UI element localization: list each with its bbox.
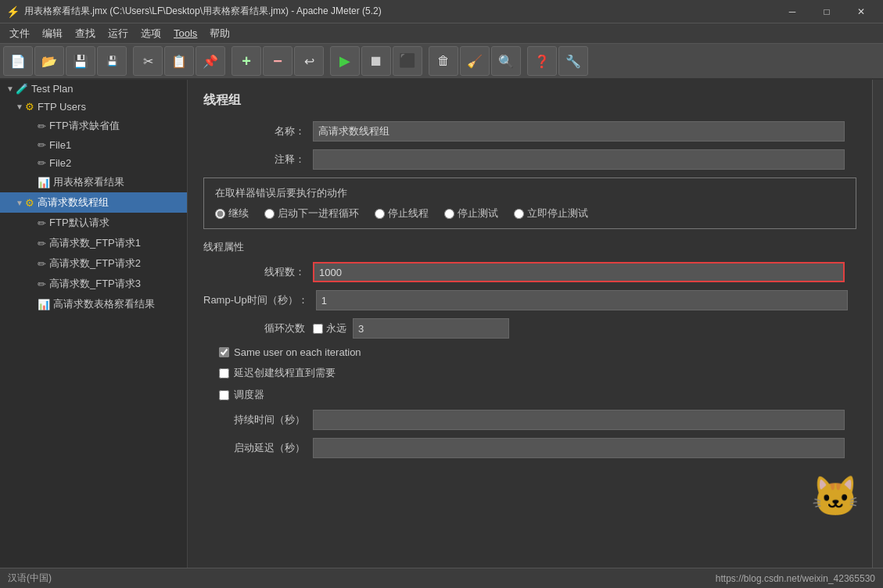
extra-button[interactable]: 🔧 [558, 46, 588, 76]
rampup-row: Ramp-Up时间（秒）： [203, 290, 856, 310]
mascot-icon: 🐱 [811, 474, 858, 519]
test-plan-icon: 🧪 [16, 83, 28, 95]
help-button[interactable]: ❓ [527, 46, 557, 76]
forever-label[interactable]: 永远 [326, 321, 346, 335]
sidebar-item-test-plan[interactable]: ▼ 🧪 Test Plan [0, 80, 187, 98]
forever-checkbox[interactable] [313, 324, 323, 334]
duration-input[interactable] [313, 410, 845, 430]
radio-stop-thread[interactable]: 停止线程 [375, 206, 429, 220]
save-as-button[interactable]: 💾 [97, 46, 127, 76]
new-button[interactable]: 📄 [3, 46, 33, 76]
high-ftp1-icon: ✏ [38, 238, 46, 249]
add-button[interactable]: + [232, 46, 261, 76]
ftp-auth-label: FTP默认请求 [49, 216, 109, 230]
status-right: https://blog.csdn.net/weixin_42365530 [716, 573, 875, 584]
menu-options[interactable]: 选项 [135, 24, 167, 43]
file1-icon: ✏ [38, 139, 46, 151]
same-user-label[interactable]: Same user on each iteration [219, 346, 361, 358]
window-title: 用表格察看结果.jmx (C:\Users\LF\Desktop\用表格察看结果… [24, 5, 777, 18]
sidebar-item-file2[interactable]: ✏ File2 [0, 154, 187, 172]
paste-button[interactable]: 📌 [196, 46, 225, 76]
title-bar: ⚡ 用表格察看结果.jmx (C:\Users\LF\Desktop\用表格察看… [0, 0, 883, 23]
startup-delay-input[interactable] [313, 438, 845, 458]
menu-find[interactable]: 查找 [69, 24, 102, 43]
sidebar-item-high-ftp3[interactable]: ✏ 高请求数_FTP请求3 [0, 274, 187, 294]
copy-button[interactable]: 📋 [164, 46, 194, 76]
save-button[interactable]: 💾 [66, 46, 95, 76]
expand-arrow: ▼ [16, 102, 25, 111]
menu-run[interactable]: 运行 [102, 24, 135, 43]
scheduler-label[interactable]: 调度器 [219, 388, 264, 402]
delay-create-label[interactable]: 延迟创建线程直到需要 [219, 366, 336, 380]
thread-count-input[interactable] [313, 262, 845, 282]
maximize-button[interactable]: □ [811, 3, 842, 20]
sidebar-item-table-result[interactable]: 📊 用表格察看结果 [0, 172, 187, 192]
high-thread-label: 高请求数线程组 [38, 195, 109, 210]
remove-button[interactable]: − [263, 46, 293, 76]
sidebar-item-file1[interactable]: ✏ File1 [0, 136, 187, 154]
run-button[interactable]: ▶ [330, 46, 360, 76]
radio-stop-test-input[interactable] [444, 209, 454, 219]
high-thread-icon: ⚙ [25, 197, 34, 209]
toolbar: 📄 📂 💾 💾 ✂ 📋 📌 + − ↩ ▶ ⏹ ⬛ 🗑 🧹 🔍 ❓ 🔧 [0, 44, 883, 80]
high-ftp1-label: 高请求数_FTP请求1 [49, 236, 141, 250]
cut-button[interactable]: ✂ [133, 46, 163, 76]
file2-icon: ✏ [38, 157, 46, 169]
comment-label: 注释： [203, 152, 313, 167]
content-area: 线程组 名称： 注释： 在取样器错误后要执行的动作 继续 启动下一进程循环 [188, 80, 872, 568]
radio-stop-now-input[interactable] [514, 209, 524, 219]
error-section-title: 在取样器错误后要执行的动作 [215, 186, 845, 200]
undo-button[interactable]: ↩ [294, 46, 324, 76]
sidebar-item-ftp-auth[interactable]: ✏ FTP默认请求 [0, 213, 187, 233]
radio-continue-label: 继续 [228, 206, 249, 220]
loop-count-input[interactable] [353, 318, 509, 339]
menu-tools[interactable]: Tools [167, 25, 203, 41]
menu-edit[interactable]: 编辑 [36, 24, 69, 43]
stop2-button[interactable]: ⬛ [393, 46, 422, 76]
search-button[interactable]: 🔍 [491, 46, 521, 76]
sidebar-item-high-table-result[interactable]: 📊 高请求数表格察看结果 [0, 294, 187, 314]
clear-button[interactable]: 🗑 [429, 46, 458, 76]
radio-stop-thread-label: 停止线程 [388, 206, 429, 220]
comment-input[interactable] [313, 149, 845, 170]
rampup-label: Ramp-Up时间（秒）： [203, 293, 316, 307]
sidebar-item-high-ftp1[interactable]: ✏ 高请求数_FTP请求1 [0, 233, 187, 253]
high-ftp3-label: 高请求数_FTP请求3 [49, 277, 141, 291]
radio-stop-now[interactable]: 立即停止测试 [514, 206, 588, 220]
ftp-default-label: FTP请求缺省值 [49, 119, 120, 133]
radio-continue[interactable]: 继续 [215, 206, 249, 220]
minimize-button[interactable]: ─ [777, 3, 808, 20]
same-user-checkbox[interactable] [219, 347, 229, 357]
right-edge [872, 80, 883, 568]
high-table-result-icon: 📊 [38, 299, 50, 310]
rampup-input[interactable] [316, 290, 848, 310]
loop-label: 循环次数 [203, 321, 313, 335]
radio-next-loop[interactable]: 启动下一进程循环 [264, 206, 359, 220]
close-button[interactable]: ✕ [845, 3, 877, 20]
duration-label: 持续时间（秒） [203, 413, 313, 427]
radio-continue-input[interactable] [215, 209, 225, 219]
sidebar-item-ftp-users[interactable]: ▼ ⚙ FTP Users [0, 98, 187, 116]
sidebar-item-high-thread-group[interactable]: ▼ ⚙ 高请求数线程组 [0, 192, 187, 213]
startup-delay-label: 启动延迟（秒） [203, 441, 313, 455]
name-input[interactable] [313, 121, 845, 142]
thread-props-title: 线程属性 [203, 240, 856, 254]
delay-create-checkbox[interactable] [219, 368, 229, 378]
open-button[interactable]: 📂 [34, 46, 64, 76]
forever-check-group: 永远 [313, 321, 346, 335]
menu-file[interactable]: 文件 [3, 24, 36, 43]
sidebar-item-ftp-default[interactable]: ✏ FTP请求缺省值 [0, 116, 187, 136]
clear2-button[interactable]: 🧹 [460, 46, 490, 76]
comment-row: 注释： [203, 149, 856, 170]
radio-stop-thread-input[interactable] [375, 209, 385, 219]
sidebar-item-high-ftp2[interactable]: ✏ 高请求数_FTP请求2 [0, 253, 187, 274]
window-controls: ─ □ ✕ [777, 3, 877, 20]
menu-help[interactable]: 帮助 [203, 24, 236, 43]
table-result-icon: 📊 [38, 177, 50, 188]
mascot-area: 🐱 [811, 474, 858, 536]
radio-stop-test[interactable]: 停止测试 [444, 206, 498, 220]
stop-button[interactable]: ⏹ [361, 46, 391, 76]
scheduler-checkbox[interactable] [219, 390, 229, 400]
scheduler-text: 调度器 [234, 388, 264, 402]
radio-next-loop-input[interactable] [264, 209, 275, 219]
